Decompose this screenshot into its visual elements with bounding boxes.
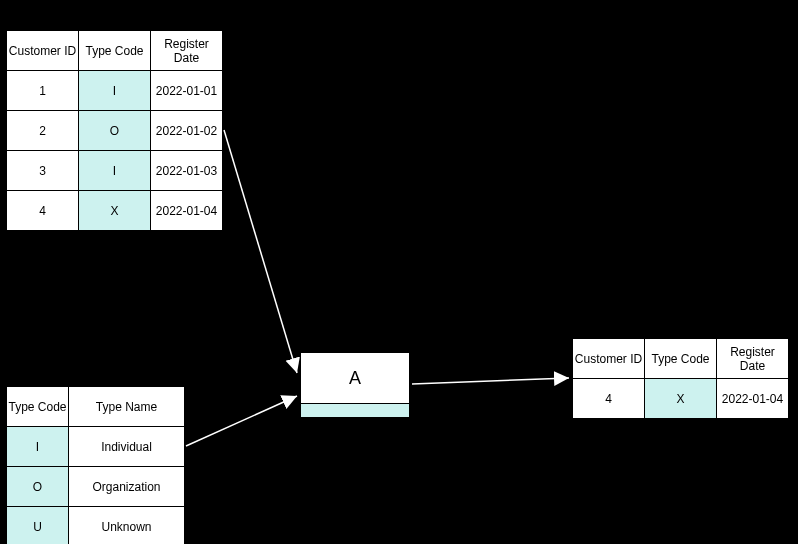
register-date-line2: Date: [174, 51, 199, 65]
arrow-types-to-op: [186, 396, 297, 446]
col-type-code: Type Code: [645, 339, 717, 379]
cell-id: 2: [7, 111, 79, 151]
operation-highlight-bar: [300, 404, 410, 418]
arrow-op-to-result: [412, 378, 569, 384]
table-row: 1 I 2022-01-01: [7, 71, 223, 111]
cell-code: O: [7, 467, 69, 507]
table-row: I Individual: [7, 427, 185, 467]
customers-table: Customer ID Type Code RegisterDate 1 I 2…: [6, 30, 223, 231]
table-row: 4 X 2022-01-04: [573, 379, 789, 419]
col-customer-id: Customer ID: [7, 31, 79, 71]
register-date-line1: Register: [164, 37, 209, 51]
cell-date: 2022-01-01: [151, 71, 223, 111]
operation-label: A: [300, 352, 410, 404]
cell-code: X: [645, 379, 717, 419]
cell-name: Individual: [69, 427, 185, 467]
col-type-name: Type Name: [69, 387, 185, 427]
cell-id: 1: [7, 71, 79, 111]
table-row: U Unknown: [7, 507, 185, 545]
cell-date: 2022-01-04: [717, 379, 789, 419]
table-row: 2 O 2022-01-02: [7, 111, 223, 151]
cell-code: U: [7, 507, 69, 545]
cell-name: Organization: [69, 467, 185, 507]
result-table: Customer ID Type Code RegisterDate 4 X 2…: [572, 338, 789, 419]
cell-name: Unknown: [69, 507, 185, 545]
cell-code: X: [79, 191, 151, 231]
cell-id: 4: [7, 191, 79, 231]
operation-block: A: [300, 352, 410, 418]
cell-date: 2022-01-04: [151, 191, 223, 231]
cell-code: I: [79, 151, 151, 191]
table-row: 4 X 2022-01-04: [7, 191, 223, 231]
cell-id: 3: [7, 151, 79, 191]
col-register-date: RegisterDate: [717, 339, 789, 379]
cell-date: 2022-01-02: [151, 111, 223, 151]
table-row: O Organization: [7, 467, 185, 507]
cell-date: 2022-01-03: [151, 151, 223, 191]
cell-code: I: [79, 71, 151, 111]
cell-id: 4: [573, 379, 645, 419]
col-register-date: RegisterDate: [151, 31, 223, 71]
register-date-line2: Date: [740, 359, 765, 373]
arrow-customers-to-op: [224, 130, 297, 373]
col-customer-id: Customer ID: [573, 339, 645, 379]
register-date-line1: Register: [730, 345, 775, 359]
types-table: Type Code Type Name I Individual O Organ…: [6, 386, 185, 544]
col-type-code: Type Code: [79, 31, 151, 71]
col-type-code: Type Code: [7, 387, 69, 427]
table-row: 3 I 2022-01-03: [7, 151, 223, 191]
cell-code: I: [7, 427, 69, 467]
cell-code: O: [79, 111, 151, 151]
